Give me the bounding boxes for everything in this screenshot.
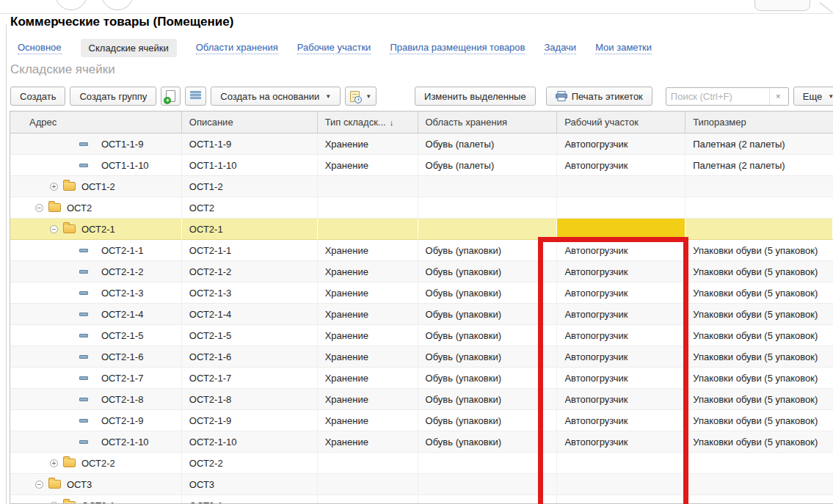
cell-work-area[interactable] <box>557 176 685 197</box>
cell-storage-area[interactable]: Обувь (упаковки) <box>418 368 558 388</box>
cell-work-area[interactable]: Автопогрузчик <box>557 282 685 303</box>
cell-address[interactable]: ОСТ1-1-10 <box>10 155 182 175</box>
cell-storage-area[interactable] <box>418 453 558 473</box>
cell-work-area[interactable] <box>557 474 685 494</box>
cell-cell-type[interactable]: Хранение <box>318 134 418 154</box>
tab-3[interactable]: Рабочие участки <box>297 42 371 54</box>
cell-size-type[interactable]: Упаковки обуви (5 упаковок) <box>685 346 833 367</box>
cell-address[interactable]: −ОСТ2 <box>10 197 182 218</box>
cell-description[interactable]: ОСТ1-1-9 <box>182 134 318 154</box>
cell-storage-area[interactable] <box>418 474 558 494</box>
cell-storage-area[interactable]: Обувь (палеты) <box>418 155 558 175</box>
cell-cell-type[interactable]: Хранение <box>318 368 418 388</box>
cell-address[interactable]: ОСТ2-1-1 <box>10 240 182 260</box>
cell-work-area[interactable]: Автопогрузчик <box>557 346 685 367</box>
cell-description[interactable]: ОСТ2-1-1 <box>182 240 318 260</box>
cell-work-area[interactable]: Автопогрузчик <box>557 240 685 260</box>
table-row[interactable]: +ОСТ3-1ОСТ3-1 <box>10 495 833 504</box>
expand-icon[interactable]: + <box>50 459 58 467</box>
list-view-button[interactable] <box>185 87 206 106</box>
cell-storage-area[interactable] <box>418 495 558 504</box>
cell-size-type[interactable]: Упаковки обуви (5 упаковок) <box>685 261 833 282</box>
cell-cell-type[interactable] <box>318 495 418 504</box>
cell-description[interactable]: ОСТ2-1-10 <box>182 431 318 452</box>
expand-icon[interactable]: + <box>50 502 58 504</box>
cell-cell-type[interactable]: Хранение <box>318 240 418 260</box>
cell-address[interactable]: −ОСТ2-1 <box>10 219 182 239</box>
cell-work-area[interactable] <box>557 219 685 239</box>
cell-address[interactable]: ОСТ2-1-4 <box>10 304 182 324</box>
cell-size-type[interactable] <box>685 219 833 239</box>
column-header[interactable]: Область хранения <box>418 112 558 133</box>
cell-description[interactable]: ОСТ2-1-3 <box>182 282 318 303</box>
table-row[interactable]: +ОСТ1-2ОСТ1-2 <box>10 176 833 197</box>
cell-address[interactable]: ОСТ2-1-5 <box>10 325 182 346</box>
table-row[interactable]: −ОСТ3ОСТ3 <box>10 474 833 495</box>
cell-description[interactable]: ОСТ2-1-4 <box>182 304 318 324</box>
cell-address[interactable]: ОСТ2-1-6 <box>10 346 182 367</box>
cell-description[interactable]: ОСТ3-1 <box>182 495 318 504</box>
search-input[interactable] <box>666 89 769 104</box>
tab-4[interactable]: Правила размещения товаров <box>390 42 525 54</box>
cell-description[interactable]: ОСТ2-1-2 <box>182 261 318 282</box>
cell-size-type[interactable]: Упаковки обуви (5 упаковок) <box>685 240 833 260</box>
cell-storage-area[interactable]: Обувь (упаковки) <box>418 261 558 282</box>
print-labels-button[interactable]: Печать этикеток <box>546 87 652 106</box>
back-button[interactable] <box>55 0 87 10</box>
table-row[interactable]: ОСТ2-1-10ОСТ2-1-10ХранениеОбувь (упаковк… <box>10 431 833 453</box>
cell-storage-area[interactable]: Обувь (упаковки) <box>418 410 558 431</box>
cell-storage-area[interactable]: Обувь (упаковки) <box>418 389 558 409</box>
cell-work-area[interactable] <box>557 197 685 218</box>
cell-size-type[interactable] <box>685 495 833 504</box>
table-row[interactable]: ОСТ2-1-4ОСТ2-1-4ХранениеОбувь (упаковки)… <box>10 304 833 325</box>
cell-description[interactable]: ОСТ2-1-6 <box>182 346 318 367</box>
table-row[interactable]: ОСТ1-1-10ОСТ1-1-10ХранениеОбувь (палеты)… <box>10 155 833 176</box>
cell-address[interactable]: ОСТ2-1-7 <box>10 368 182 388</box>
table-row[interactable]: ОСТ2-1-2ОСТ2-1-2ХранениеОбувь (упаковки)… <box>10 261 833 282</box>
table-row[interactable]: ОСТ2-1-6ОСТ2-1-6ХранениеОбувь (упаковки)… <box>10 346 833 368</box>
create-based-on-button[interactable]: Создать на основании▼ <box>211 87 341 106</box>
cell-size-type[interactable]: Палетная (2 палеты) <box>685 134 833 154</box>
create-group-button[interactable]: Создать группу <box>70 87 156 106</box>
cell-address[interactable]: −ОСТ3 <box>10 474 182 494</box>
cell-size-type[interactable]: Упаковки обуви (5 упаковок) <box>685 368 833 388</box>
cell-description[interactable]: ОСТ3 <box>182 474 318 494</box>
cell-cell-type[interactable] <box>318 176 418 197</box>
table-row[interactable]: ОСТ2-1-8ОСТ2-1-8ХранениеОбувь (упаковки)… <box>10 389 833 410</box>
cell-description[interactable]: ОСТ2-1-7 <box>182 368 318 388</box>
expand-icon[interactable]: + <box>50 183 58 191</box>
clear-search-icon[interactable]: × <box>769 88 787 105</box>
cell-size-type[interactable] <box>685 453 833 473</box>
more-button[interactable]: Еще▼ <box>793 87 833 106</box>
tab-2[interactable]: Области хранения <box>196 42 278 54</box>
cell-size-type[interactable]: Упаковки обуви (5 упаковок) <box>685 431 833 452</box>
cell-cell-type[interactable]: Хранение <box>318 325 418 346</box>
cell-work-area[interactable]: Автопогрузчик <box>557 368 685 388</box>
cell-storage-area[interactable] <box>418 176 558 197</box>
cell-cell-type[interactable]: Хранение <box>318 410 418 431</box>
tab-1[interactable]: Складские ячейки <box>81 39 177 57</box>
cell-work-area[interactable] <box>557 495 685 504</box>
table-row[interactable]: ОСТ2-1-9ОСТ2-1-9ХранениеОбувь (упаковки)… <box>10 410 833 431</box>
table-row[interactable]: ОСТ2-1-3ОСТ2-1-3ХранениеОбувь (упаковки)… <box>10 282 833 304</box>
cell-work-area[interactable]: Автопогрузчик <box>557 261 685 282</box>
cell-work-area[interactable]: Автопогрузчик <box>557 389 685 409</box>
cell-work-area[interactable]: Автопогрузчик <box>557 155 685 175</box>
cell-cell-type[interactable]: Хранение <box>318 389 418 409</box>
cell-work-area[interactable]: Автопогрузчик <box>557 325 685 346</box>
cell-size-type[interactable] <box>685 474 833 494</box>
table-row[interactable]: +ОСТ2-2ОСТ2-2 <box>10 453 833 474</box>
cell-description[interactable]: ОСТ2 <box>182 197 318 218</box>
cell-address[interactable]: +ОСТ1-2 <box>10 176 182 197</box>
cell-cell-type[interactable]: Хранение <box>318 304 418 324</box>
task-note-button[interactable]: ▼ <box>345 87 377 106</box>
cell-size-type[interactable]: Упаковки обуви (5 упаковок) <box>685 304 833 324</box>
table-row[interactable]: ОСТ2-1-1ОСТ2-1-1ХранениеОбувь (упаковки)… <box>10 240 833 261</box>
forward-button[interactable] <box>101 0 134 10</box>
create-button[interactable]: Создать <box>10 87 65 106</box>
cell-address[interactable]: ОСТ2-1-2 <box>10 261 182 282</box>
cell-cell-type[interactable] <box>318 197 418 218</box>
cell-cell-type[interactable] <box>318 219 418 239</box>
collapse-icon[interactable]: − <box>35 204 43 212</box>
create-copy-button[interactable]: + <box>161 87 181 106</box>
